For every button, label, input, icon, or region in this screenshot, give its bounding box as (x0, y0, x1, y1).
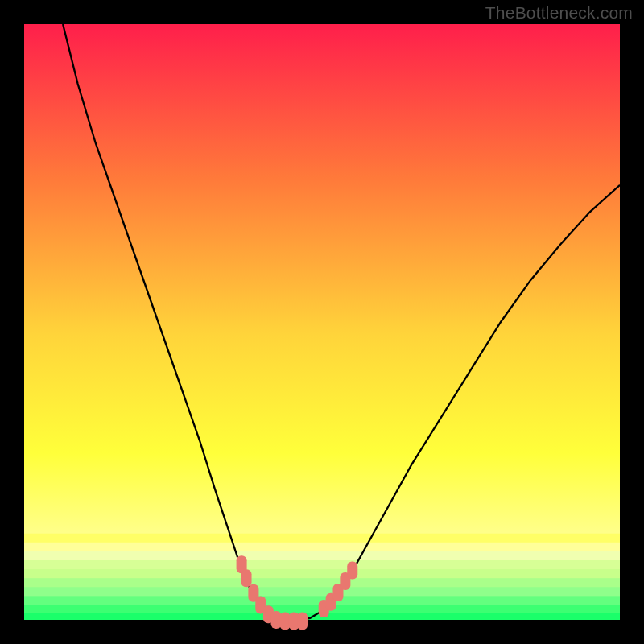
plot-area (24, 24, 620, 620)
watermark-text: TheBottleneck.com (485, 3, 633, 23)
curve-marker (297, 612, 308, 630)
curve-marker (347, 562, 357, 580)
chart-frame: TheBottleneck.com (0, 0, 644, 644)
bottleneck-curve-chart (0, 0, 644, 644)
curve-marker (280, 612, 291, 630)
curve-marker (271, 611, 282, 629)
curve-marker (242, 569, 252, 587)
